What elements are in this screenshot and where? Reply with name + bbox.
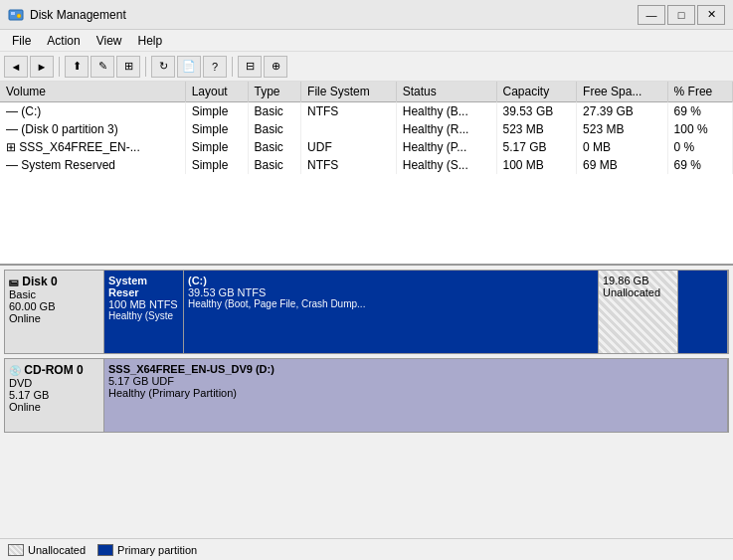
legend-primary: Primary partition: [97, 544, 197, 556]
main-area: Volume Layout Type File System Status Ca…: [0, 82, 733, 560]
volume-table: Volume Layout Type File System Status Ca…: [0, 82, 733, 174]
cdrom0-row: 💿 CD-ROM 0 DVD 5.17 GB Online SSS_X64FRE…: [4, 358, 729, 433]
tb-props[interactable]: ⊞: [116, 56, 140, 78]
cell-volume: — (C:): [0, 102, 185, 121]
cell-volume: — (Disk 0 partition 3): [0, 120, 185, 138]
cell-free: 69 MB: [577, 156, 668, 174]
tb-extra2[interactable]: ⊕: [264, 56, 287, 78]
partition-c[interactable]: (C:) 39.53 GB NTFS Healthy (Boot, Page F…: [184, 271, 599, 353]
legend-unallocated: Unallocated: [8, 544, 86, 556]
partition-rightblue[interactable]: [678, 271, 728, 353]
legend-unalloc-box: [8, 544, 24, 556]
col-capacity[interactable]: Capacity: [496, 82, 577, 102]
unallocated-label: Unallocated: [603, 286, 673, 298]
menu-file[interactable]: File: [4, 32, 39, 50]
legend-bar: Unallocated Primary partition: [0, 538, 733, 560]
cell-fs: NTFS: [301, 156, 397, 174]
svg-point-2: [17, 14, 21, 18]
cdrom-status: Healthy (Primary Partition): [108, 387, 723, 399]
cdrom0-status: Online: [9, 401, 99, 413]
cdrom0-name: 💿 CD-ROM 0: [9, 363, 99, 377]
window-title: Disk Management: [30, 8, 126, 22]
cell-free: 0 MB: [577, 138, 668, 156]
menu-action[interactable]: Action: [39, 32, 88, 50]
col-fs[interactable]: File System: [301, 82, 397, 102]
cell-fs: [301, 120, 397, 138]
disk-icon: [8, 7, 24, 23]
cell-status: Healthy (P...: [396, 138, 496, 156]
cdrom-name: SSS_X64FREE_EN-US_DV9 (D:): [108, 363, 723, 375]
cell-layout: Simple: [185, 138, 248, 156]
cell-volume: — System Reserved: [0, 156, 185, 174]
cell-layout: Simple: [185, 120, 248, 138]
cell-type: Basic: [248, 156, 301, 174]
table-row[interactable]: ⊞ SSS_X64FREE_EN-... Simple Basic UDF He…: [0, 138, 733, 156]
partition-sysres-name: System Reser: [108, 275, 179, 298]
cell-layout: Simple: [185, 156, 248, 174]
cell-type: Basic: [248, 102, 301, 121]
tb-extra1[interactable]: ⊟: [238, 56, 262, 78]
title-bar: Disk Management — □ ✕: [0, 0, 733, 30]
cell-type: Basic: [248, 120, 301, 138]
partition-sysres-size: 100 MB NTFS: [108, 298, 179, 310]
tb-back[interactable]: ◄: [4, 56, 28, 78]
tb-help[interactable]: ?: [203, 56, 227, 78]
menu-bar: File Action View Help: [0, 30, 733, 52]
col-type[interactable]: Type: [248, 82, 301, 102]
cell-free: 27.39 GB: [577, 102, 668, 121]
tb-forward[interactable]: ►: [30, 56, 54, 78]
cell-fs: UDF: [301, 138, 397, 156]
col-status[interactable]: Status: [396, 82, 496, 102]
svg-rect-1: [11, 12, 15, 15]
legend-primary-box: [97, 544, 113, 556]
menu-help[interactable]: Help: [130, 32, 171, 50]
partition-cdrom[interactable]: SSS_X64FREE_EN-US_DV9 (D:) 5.17 GB UDF H…: [104, 359, 728, 432]
unallocated-size: 19.86 GB: [603, 275, 673, 286]
tb-export[interactable]: 📄: [177, 56, 201, 78]
col-pct[interactable]: % Free: [667, 82, 732, 102]
menu-view[interactable]: View: [89, 32, 130, 50]
table-row[interactable]: — (C:) Simple Basic NTFS Healthy (B... 3…: [0, 102, 733, 121]
table-row[interactable]: — System Reserved Simple Basic NTFS Heal…: [0, 156, 733, 174]
disk0-partitions: System Reser 100 MB NTFS Healthy (Syste …: [104, 271, 728, 353]
tb-sep3: [232, 57, 233, 77]
table-row[interactable]: — (Disk 0 partition 3) Simple Basic Heal…: [0, 120, 733, 138]
cell-volume: ⊞ SSS_X64FREE_EN-...: [0, 138, 185, 156]
disk0-label: 🖴 Disk 0 Basic 60.00 GB Online: [5, 271, 104, 353]
partition-sysres-status: Healthy (Syste: [108, 310, 179, 321]
cdrom0-partitions: SSS_X64FREE_EN-US_DV9 (D:) 5.17 GB UDF H…: [104, 359, 728, 432]
cell-capacity: 100 MB: [496, 156, 577, 174]
partition-sysres[interactable]: System Reser 100 MB NTFS Healthy (Syste: [104, 271, 184, 353]
partition-c-name: (C:): [188, 275, 594, 286]
cdrom-size: 5.17 GB UDF: [108, 375, 723, 387]
partition-unallocated[interactable]: 19.86 GB Unallocated: [599, 271, 678, 353]
cell-fs: NTFS: [301, 102, 397, 121]
tb-up[interactable]: ⬆: [65, 56, 89, 78]
disk0-name: 🖴 Disk 0: [9, 275, 99, 288]
maximize-button[interactable]: □: [667, 5, 695, 25]
cell-status: Healthy (S...: [396, 156, 496, 174]
partition-c-status: Healthy (Boot, Page File, Crash Dump...: [188, 298, 594, 309]
cdrom0-size: 5.17 GB: [9, 389, 99, 401]
cell-pct: 0 %: [667, 138, 732, 156]
cell-free: 523 MB: [577, 120, 668, 138]
cell-layout: Simple: [185, 102, 248, 121]
col-free[interactable]: Free Spa...: [577, 82, 668, 102]
tb-refresh[interactable]: ↻: [151, 56, 175, 78]
legend-primary-label: Primary partition: [117, 544, 197, 556]
toolbar: ◄ ► ⬆ ✎ ⊞ ↻ 📄 ? ⊟ ⊕: [0, 52, 733, 82]
disk0-size: 60.00 GB: [9, 300, 99, 312]
disk0-type: Basic: [9, 288, 99, 300]
cdrom0-type: DVD: [9, 377, 99, 389]
title-bar-controls: — □ ✕: [638, 5, 725, 25]
disk-area: 🖴 Disk 0 Basic 60.00 GB Online System Re…: [0, 266, 733, 560]
tb-action[interactable]: ✎: [91, 56, 114, 78]
cell-pct: 69 %: [667, 156, 732, 174]
close-button[interactable]: ✕: [697, 5, 725, 25]
legend-unalloc-label: Unallocated: [28, 544, 86, 556]
tb-sep2: [145, 57, 146, 77]
col-volume[interactable]: Volume: [0, 82, 185, 102]
minimize-button[interactable]: —: [638, 5, 665, 25]
col-layout[interactable]: Layout: [185, 82, 248, 102]
cell-type: Basic: [248, 138, 301, 156]
